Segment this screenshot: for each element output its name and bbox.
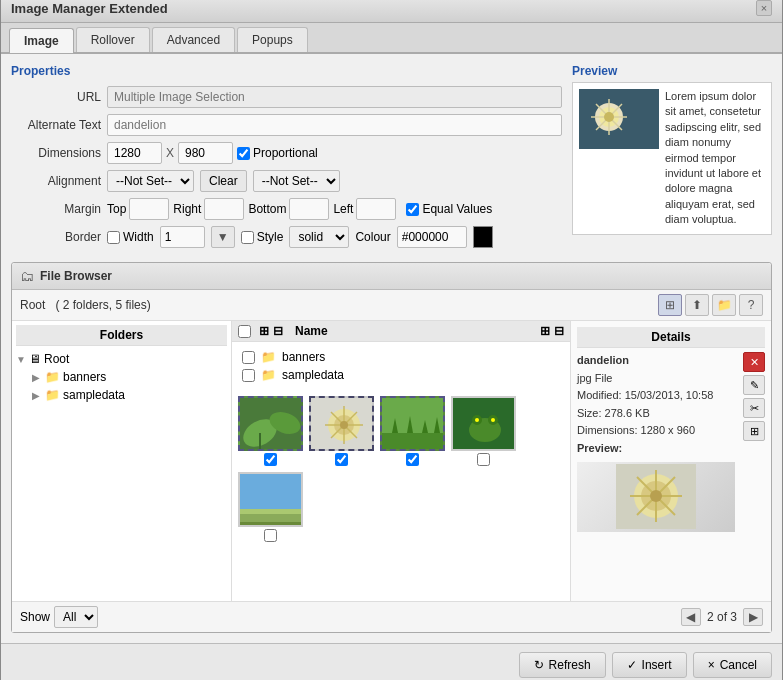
- properties-title: Properties: [11, 64, 562, 78]
- margin-right-input[interactable]: [204, 198, 244, 220]
- show-select[interactable]: All: [54, 606, 98, 628]
- help-btn[interactable]: ?: [739, 294, 763, 316]
- file-browser-header: 🗂 File Browser: [12, 263, 771, 290]
- title-bar: Image Manager Extended ×: [1, 0, 782, 23]
- border-style-label: Style: [241, 230, 284, 244]
- border-controls: Width ▼ Style solid Colour: [107, 226, 493, 248]
- page-info: 2 of 3: [707, 610, 737, 624]
- border-style-select[interactable]: solid: [289, 226, 349, 248]
- insert-label: Insert: [642, 658, 672, 672]
- align2-select[interactable]: --Not Set--: [253, 170, 340, 192]
- prev-page-button[interactable]: ◀: [681, 608, 701, 626]
- insert-button[interactable]: ✓ Insert: [612, 652, 687, 678]
- align-row: Alignment --Not Set-- Clear --Not Set--: [11, 170, 562, 192]
- thumb-2-checkbox[interactable]: [335, 453, 348, 466]
- border-width-down-btn[interactable]: ▼: [211, 226, 235, 248]
- margin-bottom-item: Bottom: [248, 198, 329, 220]
- tree-indent-sampledata: ▶ 📁 sampledata: [16, 386, 227, 404]
- tab-advanced[interactable]: Advanced: [152, 27, 235, 52]
- svg-point-39: [491, 418, 495, 422]
- dim-width-input[interactable]: [107, 142, 162, 164]
- refresh-button[interactable]: ↻ Refresh: [519, 652, 606, 678]
- cancel-icon: ×: [708, 658, 715, 672]
- thumb-item-1[interactable]: [238, 396, 303, 466]
- cut-button[interactable]: ✂: [743, 398, 765, 418]
- border-style-checkbox[interactable]: [241, 231, 254, 244]
- url-input[interactable]: [107, 86, 562, 108]
- dim-x-separator: X: [166, 146, 174, 160]
- thumb-img-3: [380, 396, 445, 451]
- detail-actions: ✕ ✎ ✂ ⊞: [743, 352, 765, 532]
- alt-input[interactable]: [107, 114, 562, 136]
- border-checkbox[interactable]: [107, 231, 120, 244]
- bottom-bar: ↻ Refresh ✓ Insert × Cancel: [1, 643, 782, 680]
- svg-point-38: [475, 418, 479, 422]
- margin-top-input[interactable]: [129, 198, 169, 220]
- banners-toggle: ▶: [32, 372, 42, 383]
- thumb-3-checkbox[interactable]: [406, 453, 419, 466]
- thumb-item-2[interactable]: [309, 396, 374, 466]
- margin-row: Margin Top Right Bottom: [11, 198, 562, 220]
- cancel-label: Cancel: [720, 658, 757, 672]
- align-select[interactable]: --Not Set--: [107, 170, 194, 192]
- thumb-img-4: [451, 396, 516, 451]
- insert-icon: ✓: [627, 658, 637, 672]
- tab-popups[interactable]: Popups: [237, 27, 308, 52]
- folder-row-banners[interactable]: 📁 banners: [238, 348, 564, 366]
- border-colour-input[interactable]: [397, 226, 467, 248]
- sampledata-checkbox[interactable]: [242, 369, 255, 382]
- thumb-1-checkbox[interactable]: [264, 453, 277, 466]
- tree-item-sampledata[interactable]: ▶ 📁 sampledata: [32, 386, 227, 404]
- sort2-icon: ⊟: [554, 324, 564, 338]
- cancel-button[interactable]: × Cancel: [693, 652, 772, 678]
- tree-indent-banners: ▶ 📁 banners: [16, 368, 227, 386]
- tab-image[interactable]: Image: [9, 28, 74, 53]
- close-button[interactable]: ×: [756, 0, 772, 16]
- file-browser-body: Folders ▼ 🖥 Root ▶ 📁 banners: [12, 321, 771, 601]
- svg-point-11: [604, 112, 614, 122]
- border-label: Border: [11, 230, 101, 244]
- tree-item-root[interactable]: ▼ 🖥 Root: [16, 350, 227, 368]
- thumb-item-3[interactable]: [380, 396, 445, 466]
- proportional-checkbox[interactable]: [237, 147, 250, 160]
- folder-row-sampledata[interactable]: 📁 sampledata: [238, 366, 564, 384]
- thumb-4-checkbox[interactable]: [477, 453, 490, 466]
- border-width-input[interactable]: [160, 226, 205, 248]
- dim-height-input[interactable]: [178, 142, 233, 164]
- view-details-btn[interactable]: ⊞: [658, 294, 682, 316]
- edit-button[interactable]: ✎: [743, 375, 765, 395]
- tree-item-banners[interactable]: ▶ 📁 banners: [32, 368, 227, 386]
- sampledata-folder-icon: 📁: [45, 388, 60, 402]
- thumb-view-icon: ⊟: [273, 324, 283, 338]
- margin-bottom-input[interactable]: [289, 198, 329, 220]
- svg-rect-43: [240, 522, 303, 527]
- tab-rollover[interactable]: Rollover: [76, 27, 150, 52]
- clear-button[interactable]: Clear: [200, 170, 247, 192]
- delete-button[interactable]: ✕: [743, 352, 765, 372]
- upload-btn[interactable]: ⬆: [685, 294, 709, 316]
- color-swatch[interactable]: [473, 226, 493, 248]
- copy-button[interactable]: ⊞: [743, 421, 765, 441]
- new-folder-btn[interactable]: 📁: [712, 294, 736, 316]
- border-colour-label: Colour: [355, 230, 390, 244]
- margin-left-input[interactable]: [356, 198, 396, 220]
- files-list: 📁 banners 📁 sampledata: [232, 342, 570, 390]
- select-all-checkbox[interactable]: [238, 325, 251, 338]
- thumb-5-checkbox[interactable]: [264, 529, 277, 542]
- margin-controls: Top Right Bottom Left: [107, 198, 492, 220]
- file-browser-icon: 🗂: [20, 268, 34, 284]
- next-page-button[interactable]: ▶: [743, 608, 763, 626]
- margin-right-item: Right: [173, 198, 244, 220]
- margin-left-item: Left: [333, 198, 396, 220]
- equal-values-checkbox[interactable]: [406, 203, 419, 216]
- show-filter: Show All: [20, 606, 98, 628]
- align-controls: --Not Set-- Clear --Not Set--: [107, 170, 340, 192]
- banners-checkbox[interactable]: [242, 351, 255, 364]
- svg-rect-42: [240, 509, 303, 514]
- proportional-checkbox-label: Proportional: [237, 146, 318, 160]
- url-label: URL: [11, 90, 101, 104]
- files-header: ⊞ ⊟ Name ⊞ ⊟: [232, 321, 570, 342]
- thumb-item-5[interactable]: [238, 472, 303, 542]
- thumb-item-4[interactable]: [451, 396, 516, 466]
- svg-rect-29: [382, 433, 445, 451]
